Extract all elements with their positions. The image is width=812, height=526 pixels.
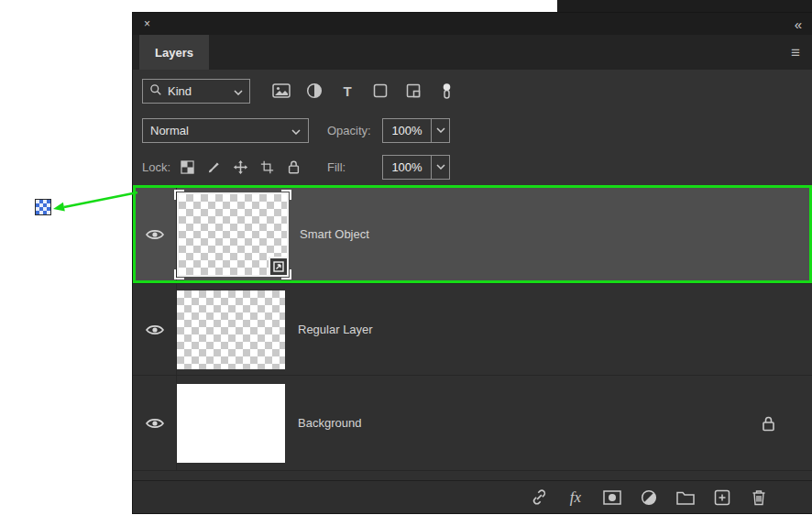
lock-position-move-icon[interactable]	[232, 159, 248, 175]
layer-name: Smart Object	[300, 227, 369, 241]
filter-toggle-switch-icon[interactable]	[435, 80, 457, 102]
thumbnail-corner	[281, 190, 291, 200]
layer-name: Regular Layer	[298, 323, 373, 336]
add-layer-mask-icon[interactable]	[603, 488, 621, 507]
lock-artboard-icon[interactable]	[258, 159, 275, 175]
layers-panel-toolbar: fx	[133, 480, 812, 513]
minimized-smart-object-thumbnail-icon	[35, 199, 51, 215]
new-layer-icon[interactable]	[713, 488, 731, 507]
layer-row-smart-object[interactable]: Smart Object	[133, 185, 812, 284]
tab-layers[interactable]: Layers	[139, 35, 209, 70]
new-adjustment-layer-icon[interactable]	[640, 488, 658, 507]
smart-object-badge-icon	[269, 257, 289, 277]
layer-thumbnail-regular[interactable]	[177, 290, 285, 369]
background-lock-icon[interactable]	[762, 415, 775, 432]
lock-buttons-block: Lock:	[142, 159, 316, 175]
opacity-label: Opacity:	[327, 124, 382, 137]
layer-row-background[interactable]: Background	[133, 376, 812, 471]
visibility-eye-icon[interactable]	[133, 376, 177, 470]
filter-kind-label: Kind	[168, 84, 192, 98]
visibility-eye-icon[interactable]	[133, 185, 177, 283]
adjustment-layer-filter-icon[interactable]	[303, 80, 325, 102]
new-group-folder-icon[interactable]	[676, 488, 695, 507]
opacity-value: 100%	[383, 119, 431, 142]
type-filter-glyph: T	[343, 83, 351, 99]
layer-list: Smart Object Regular Layer Background	[133, 185, 812, 480]
app-window-edge	[557, 0, 812, 13]
layer-row-regular-layer[interactable]: Regular Layer	[133, 284, 812, 376]
filter-type-buttons: T	[270, 80, 457, 102]
layer-effects-fx-button[interactable]: fx	[566, 488, 585, 507]
link-layers-icon[interactable]	[530, 488, 548, 507]
layer-list-empty-area	[133, 471, 812, 480]
fx-label: fx	[570, 488, 581, 507]
layers-panel: × « Layers ≡ Kind	[133, 13, 812, 513]
opacity-field[interactable]: 100%	[382, 118, 450, 143]
tab-layers-label: Layers	[155, 46, 193, 60]
blend-mode-dropdown[interactable]: Normal	[142, 118, 309, 143]
panel-dock-header: × «	[133, 13, 812, 35]
type-layer-filter-icon[interactable]: T	[336, 80, 358, 102]
filter-kind-dropdown[interactable]: Kind	[142, 79, 250, 104]
thumbnail-corner	[174, 190, 184, 200]
layer-filter-bar: Kind T	[133, 70, 812, 112]
visibility-eye-icon[interactable]	[133, 284, 177, 375]
panel-menu-icon[interactable]: ≡	[791, 45, 800, 60]
fill-label: Fill:	[327, 160, 382, 174]
layer-thumbnail-smart-object[interactable]	[177, 192, 289, 277]
fill-value: 100%	[383, 156, 431, 179]
chevron-down-icon	[234, 84, 243, 98]
collapse-panels-icon[interactable]: «	[795, 17, 801, 31]
lock-image-brush-icon[interactable]	[205, 159, 222, 175]
blend-options-bar: Normal Opacity: 100%	[133, 112, 812, 148]
lock-transparency-icon[interactable]	[179, 159, 195, 175]
chevron-down-icon[interactable]	[431, 156, 449, 179]
thumbnail-corner	[174, 269, 184, 279]
lock-options-bar: Lock:	[133, 148, 812, 185]
chevron-down-icon[interactable]	[431, 119, 449, 142]
lock-all-icon[interactable]	[285, 159, 302, 175]
close-panel-icon[interactable]: ×	[144, 18, 150, 29]
panel-tab-bar: Layers ≡	[133, 35, 812, 70]
chevron-down-icon	[291, 124, 301, 137]
photoshop-layers-screenshot: × « Layers ≡ Kind	[0, 0, 812, 526]
search-icon	[149, 83, 162, 99]
smart-object-filter-icon[interactable]	[402, 80, 424, 102]
blend-mode-block: Normal	[142, 118, 316, 143]
shape-layer-filter-icon[interactable]	[369, 80, 391, 102]
lock-label: Lock:	[142, 160, 170, 174]
lock-buttons	[179, 159, 302, 175]
layer-thumbnail-background[interactable]	[177, 384, 285, 463]
fill-field[interactable]: 100%	[382, 155, 450, 180]
delete-layer-trash-icon[interactable]	[750, 488, 768, 507]
pixel-layer-filter-icon[interactable]	[270, 80, 292, 102]
blend-mode-value: Normal	[150, 124, 189, 137]
layer-name: Background	[298, 416, 361, 430]
